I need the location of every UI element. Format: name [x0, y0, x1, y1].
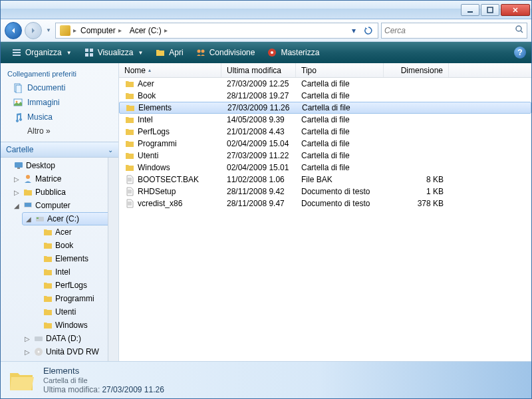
burn-icon	[267, 47, 277, 58]
tree-perflogs[interactable]: PerfLogs	[1, 279, 118, 292]
maximize-button[interactable]	[481, 4, 499, 16]
fav-more[interactable]: Altro »	[1, 124, 118, 138]
drive-icon	[35, 213, 45, 224]
open-icon	[155, 47, 166, 58]
file-row[interactable]: PerfLogs21/01/2008 4.43Cartella di file	[119, 126, 531, 138]
folder-icon	[43, 240, 53, 251]
details-pane: Elements Cartella di file Ultima modific…	[1, 361, 531, 398]
folder-icon	[23, 187, 33, 198]
breadcrumb-acer[interactable]: Acer (C:)▸	[126, 23, 172, 38]
tree-data-d[interactable]: ▷DATA (D:)	[1, 332, 118, 345]
search-box[interactable]	[381, 23, 527, 39]
col-name[interactable]: Nome▴	[119, 63, 221, 77]
body: Collegamenti preferiti Documenti Immagin…	[1, 63, 531, 361]
column-headers: Nome▴ Ultima modifica Tipo Dimensione	[119, 63, 531, 78]
file-row[interactable]: Windows02/04/2009 15.01Cartella di file	[119, 162, 531, 174]
tree-scrollbar[interactable]	[108, 158, 118, 361]
svg-rect-3	[13, 49, 21, 51]
breadcrumb[interactable]: ▸ Computer▸ Acer (C:)▸ ▾	[55, 23, 378, 39]
file-list: Nome▴ Ultima modifica Tipo Dimensione Ac…	[119, 63, 531, 361]
tree-utenti[interactable]: Utenti	[1, 305, 118, 319]
tree-programmi[interactable]: Programmi	[1, 292, 118, 305]
folder-large-icon	[7, 366, 35, 394]
file-row[interactable]: RHDSetup28/11/2008 9.42Documento di test…	[119, 186, 531, 198]
help-button[interactable]: ?	[514, 47, 526, 59]
svg-rect-0	[467, 11, 473, 13]
view-button[interactable]: Visualizza▼	[78, 45, 149, 61]
folder-tree: Desktop ▷Matrice ▷Pubblica ◢Computer ◢Ac…	[1, 158, 118, 361]
svg-rect-25	[35, 336, 43, 341]
folder-icon	[43, 227, 53, 237]
open-button[interactable]: Apri	[150, 45, 188, 61]
svg-rect-19	[17, 168, 20, 169]
file-row[interactable]: vcredist_x8628/11/2008 9.47Documento di …	[119, 198, 531, 209]
close-button[interactable]	[501, 4, 530, 16]
music-icon	[13, 112, 23, 122]
svg-rect-4	[13, 52, 21, 53]
minimize-button[interactable]	[461, 4, 479, 16]
favorites-section: Collegamenti preferiti Documenti Immagin…	[1, 63, 118, 142]
organize-icon	[11, 47, 22, 58]
svg-rect-15	[16, 85, 21, 93]
user-icon	[23, 174, 33, 184]
breadcrumb-dropdown[interactable]: ▾	[347, 24, 360, 37]
search-icon	[515, 25, 524, 36]
refresh-button[interactable]	[362, 24, 375, 37]
svg-point-20	[26, 175, 30, 179]
svg-rect-18	[15, 162, 23, 168]
file-row[interactable]: Acer27/03/2009 12.25Cartella di file	[119, 78, 531, 90]
search-input[interactable]	[384, 26, 515, 35]
tree-book[interactable]: Book	[1, 239, 118, 252]
breadcrumb-computer[interactable]: Computer▸	[76, 23, 126, 38]
file-row[interactable]: Book28/11/2008 19.27Cartella di file	[119, 90, 531, 102]
pictures-icon	[13, 97, 23, 108]
svg-rect-1	[487, 7, 493, 13]
fav-pictures[interactable]: Immagini	[1, 95, 118, 110]
svg-rect-7	[90, 49, 93, 52]
burn-button[interactable]: Masterizza	[261, 45, 325, 61]
col-modified[interactable]: Ultima modifica	[221, 63, 296, 77]
drive-icon	[33, 333, 44, 344]
file-row[interactable]: Intel14/05/2008 9.39Cartella di file	[119, 114, 531, 126]
tree-windows[interactable]: Windows	[1, 319, 118, 332]
desktop-icon	[13, 160, 24, 171]
share-button[interactable]: Condivisione	[190, 45, 261, 61]
svg-point-11	[201, 50, 204, 53]
file-row[interactable]: Programmi02/04/2009 15.04Cartella di fil…	[119, 138, 531, 150]
folder-icon	[43, 320, 53, 331]
file-row[interactable]: BOOTSECT.BAK11/02/2008 1.06File BAK8 KB	[119, 174, 531, 186]
file-row[interactable]: Utenti27/03/2009 11.22Cartella di file	[119, 150, 531, 162]
tree-pubblica[interactable]: ▷Pubblica	[1, 186, 118, 199]
col-type[interactable]: Tipo	[296, 63, 384, 77]
tree-intel[interactable]: Intel	[1, 265, 118, 279]
tree-matrice[interactable]: ▷Matrice	[1, 172, 118, 186]
tree-acer-folder[interactable]: Acer	[1, 225, 118, 239]
fav-music[interactable]: Musica	[1, 110, 118, 124]
folder-icon	[43, 253, 53, 264]
tree-acer-c[interactable]: ◢Acer (C:)	[22, 212, 118, 225]
details-type: Cartella di file	[43, 376, 164, 384]
file-row[interactable]: Elements27/03/2009 11.26Cartella di file	[119, 102, 531, 114]
favorites-header: Collegamenti preferiti	[1, 67, 118, 80]
svg-rect-9	[90, 53, 93, 57]
rows-container: Acer27/03/2009 12.25Cartella di fileBook…	[119, 78, 531, 361]
col-size[interactable]: Dimensione	[384, 63, 449, 77]
tree-elements[interactable]: Elements	[1, 252, 118, 265]
organize-button[interactable]: Organizza▼	[6, 45, 77, 61]
folder-icon	[43, 307, 53, 317]
tree-desktop[interactable]: Desktop	[1, 159, 118, 172]
forward-button[interactable]	[25, 22, 42, 39]
folder-icon	[125, 102, 136, 113]
computer-icon	[23, 200, 33, 211]
svg-rect-5	[13, 55, 21, 56]
history-dropdown[interactable]: ▼	[45, 24, 53, 37]
fav-documents[interactable]: Documenti	[1, 80, 118, 95]
back-button[interactable]	[5, 22, 22, 39]
chevron-down-icon: ⌄	[108, 146, 113, 154]
tree-computer[interactable]: ◢Computer	[1, 199, 118, 212]
folders-header[interactable]: Cartelle ⌄	[1, 142, 118, 158]
file-icon	[124, 198, 135, 209]
sort-asc-icon: ▴	[148, 67, 151, 73]
tree-dvd[interactable]: ▷Unità DVD RW	[1, 345, 118, 358]
file-icon	[124, 174, 135, 185]
